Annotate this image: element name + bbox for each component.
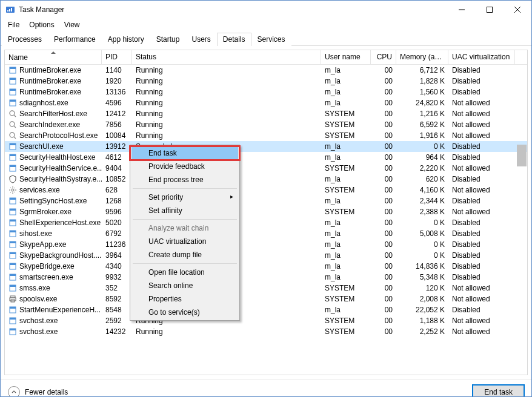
table-row[interactable]: smartscreen.exe9932m_la005,348 KDisabled	[5, 272, 527, 283]
process-pid: 4596	[102, 98, 132, 108]
table-row[interactable]: SettingSyncHost.exe1268m_la002,344 KDisa…	[5, 195, 527, 206]
process-pid: 4340	[102, 261, 132, 271]
process-uac: Disabled	[448, 251, 515, 260]
cm-properties[interactable]: Properties	[131, 292, 238, 306]
table-row[interactable]: SecurityHealthSystray.e...10852m_la00620…	[5, 174, 527, 185]
fewer-details-label: Fewer details	[25, 388, 68, 396]
maximize-button[interactable]	[476, 1, 504, 19]
col-memory[interactable]: Memory (ac...	[396, 50, 448, 64]
cm-separator	[133, 188, 237, 189]
process-memory: 14,836 K	[396, 261, 448, 271]
tab-details[interactable]: Details	[217, 33, 251, 46]
cm-end-process-tree[interactable]: End process tree	[131, 173, 238, 186]
window-title: Task Manager	[19, 5, 448, 14]
table-row[interactable]: SearchProtocolHost.exe10084RunningSYSTEM…	[5, 130, 527, 141]
table-row[interactable]: StartMenuExperienceH...8548m_la0022,052 …	[5, 304, 527, 315]
tab-users[interactable]: Users	[185, 33, 216, 46]
end-task-button[interactable]: End task	[473, 385, 524, 398]
table-row[interactable]: SecurityHealthService.e...9404SYSTEM002,…	[5, 163, 527, 174]
svg-line-17	[14, 115, 16, 117]
process-name: sdiagnhost.exe	[19, 99, 68, 107]
table-row[interactable]: SearchFilterHost.exe12412RunningSYSTEM00…	[5, 108, 527, 119]
table-row[interactable]: svchost.exe2592RunningSYSTEM001,188 KNot…	[5, 315, 527, 326]
tab-performance[interactable]: Performance	[48, 33, 102, 46]
cm-end-task[interactable]: End task	[131, 146, 238, 160]
process-status: Running	[132, 327, 321, 336]
col-pid[interactable]: PID	[102, 50, 132, 64]
table-row[interactable]: SkypeApp.exe11236m_la000 KDisabled	[5, 239, 527, 250]
table-row[interactable]: SkypeBackgroundHost....3964m_la000 KDisa…	[5, 250, 527, 261]
fewer-details-button[interactable]: Fewer details	[8, 386, 68, 398]
table-row[interactable]: SgrmBroker.exe9596SYSTEM002,388 KNot all…	[5, 206, 527, 217]
process-pid: 9596	[102, 207, 132, 217]
process-uac: Disabled	[448, 153, 515, 162]
table-row[interactable]: sdiagnhost.exe4596Runningm_la0024,820 KN…	[5, 97, 527, 108]
table-row[interactable]: sihost.exe6792m_la005,008 KDisabled	[5, 228, 527, 239]
table-row[interactable]: smss.exe352SYSTEM00120 KNot allowed	[5, 283, 527, 294]
process-pid: 11236	[102, 240, 132, 249]
process-cpu: 00	[371, 218, 396, 228]
minimize-button[interactable]	[448, 1, 476, 19]
process-uac: Disabled	[448, 196, 515, 206]
process-cpu: 00	[371, 174, 396, 184]
menu-file[interactable]: File	[3, 19, 24, 30]
table-row[interactable]: SearchIndexer.exe7856RunningSYSTEM006,59…	[5, 119, 527, 130]
svg-rect-40	[10, 209, 16, 211]
menu-view[interactable]: View	[59, 19, 85, 30]
process-cpu: 00	[371, 316, 396, 326]
process-icon	[8, 218, 17, 227]
scrollbar-thumb[interactable]	[517, 145, 527, 166]
svg-rect-11	[10, 78, 16, 80]
svg-point-16	[10, 111, 15, 116]
process-uac: Not allowed	[448, 316, 515, 326]
table-row[interactable]: RuntimeBroker.exe1920Runningm_la001,828 …	[5, 76, 527, 87]
process-cpu: 00	[371, 163, 396, 173]
process-pid: 4612	[102, 153, 132, 162]
cm-create-dump-file[interactable]: Create dump file	[131, 248, 238, 261]
process-uac: Disabled	[448, 218, 515, 228]
table-row[interactable]: spoolsv.exe8592SYSTEM002,008 KNot allowe…	[5, 294, 527, 304]
col-name[interactable]: Name	[5, 50, 102, 64]
table-row[interactable]: RuntimeBroker.exe1140Runningm_la006,712 …	[5, 65, 527, 76]
process-name: SgrmBroker.exe	[19, 208, 71, 216]
table-row[interactable]: SecurityHealthHost.exe4612m_la00964 KDis…	[5, 152, 527, 163]
process-cpu: 00	[371, 65, 396, 75]
tab-app-history[interactable]: App history	[102, 33, 150, 46]
col-uac[interactable]: UAC virtualization	[448, 50, 515, 64]
col-status[interactable]: Status	[132, 50, 321, 64]
cm-provide-feedback[interactable]: Provide feedback	[131, 160, 238, 173]
tab-services[interactable]: Services	[251, 33, 291, 46]
table-row[interactable]: ShellExperienceHost.exe5020m_la000 KDisa…	[5, 217, 527, 228]
col-user[interactable]: User name	[321, 50, 371, 64]
cm-set-priority[interactable]: Set priority	[131, 191, 238, 204]
process-icon	[8, 66, 17, 74]
table-row[interactable]: svchost.exe14232RunningSYSTEM002,252 KNo…	[5, 326, 527, 337]
process-cpu: 00	[371, 185, 396, 195]
cm-uac-virtualization[interactable]: UAC virtualization	[131, 235, 238, 248]
tab-startup[interactable]: Startup	[150, 33, 186, 46]
col-cpu[interactable]: CPU	[371, 50, 396, 64]
table-row[interactable]: SearchUI.exe13912Suspendedm_la000 KDisab…	[5, 141, 527, 152]
tab-processes[interactable]: Processes	[2, 33, 48, 46]
process-memory: 620 K	[396, 174, 448, 184]
process-name: SettingSyncHost.exe	[19, 197, 87, 205]
cm-search-online[interactable]: Search online	[131, 279, 238, 292]
svg-rect-48	[10, 252, 16, 254]
cm-go-to-services[interactable]: Go to service(s)	[131, 306, 238, 319]
table-body[interactable]: RuntimeBroker.exe1140Runningm_la006,712 …	[5, 65, 527, 375]
table-row[interactable]: RuntimeBroker.exe13136Runningm_la001,560…	[5, 87, 527, 97]
process-name: spoolsv.exe	[19, 295, 57, 303]
process-icon	[8, 284, 17, 292]
process-icon	[8, 77, 17, 85]
process-icon	[8, 99, 17, 107]
process-icon	[8, 142, 17, 151]
cm-open-file-location[interactable]: Open file location	[131, 266, 238, 279]
cm-set-affinity[interactable]: Set affinity	[131, 204, 238, 217]
close-button[interactable]	[504, 1, 531, 19]
process-cpu: 00	[371, 153, 396, 162]
table-row[interactable]: SkypeBridge.exe4340m_la0014,836 KDisable…	[5, 261, 527, 272]
process-uac: Disabled	[448, 76, 515, 86]
svg-rect-52	[10, 274, 16, 276]
table-row[interactable]: services.exe628SYSTEM004,160 KNot allowe…	[5, 185, 527, 195]
menu-options[interactable]: Options	[24, 19, 59, 30]
